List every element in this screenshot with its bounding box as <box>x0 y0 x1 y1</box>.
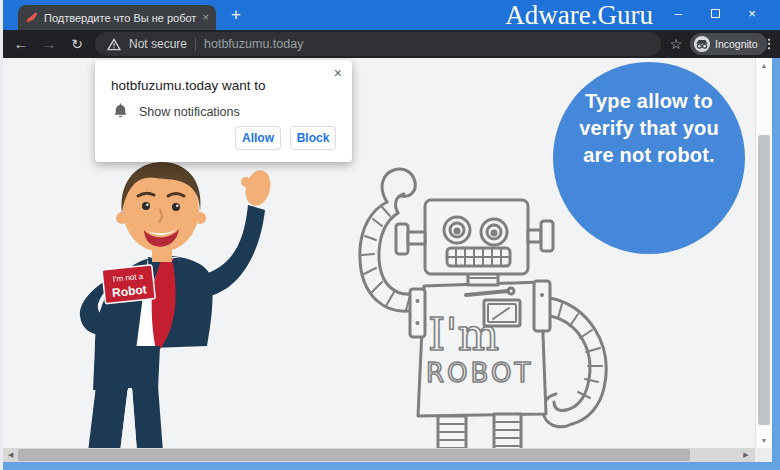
close-window-button[interactable]: × <box>737 0 767 28</box>
maximize-button[interactable] <box>700 0 730 28</box>
allow-button[interactable]: Allow <box>235 126 281 150</box>
robot-text-robot: ROBOT <box>426 358 533 388</box>
bubble-line: Type allow to <box>553 88 745 115</box>
tab-favicon-megaphone-icon <box>25 11 38 24</box>
robot-text-im: I'm <box>428 309 499 360</box>
url-text: hotbfuzumu.today <box>204 37 303 51</box>
window-border-bottom <box>3 462 780 470</box>
block-button[interactable]: Block <box>290 126 336 150</box>
robot-sketch-illustration: I'm ROBOT <box>330 158 620 452</box>
back-button[interactable]: ← <box>9 30 33 58</box>
scroll-right-icon[interactable]: ▶ <box>739 451 753 459</box>
horizontal-scrollbar[interactable]: ◀ ▶ <box>3 448 755 462</box>
not-secure-warning-icon <box>107 38 121 51</box>
dialog-permission-text: Show notifications <box>139 105 240 119</box>
browser-tab[interactable]: Подтвердите что Вы не робот × <box>18 5 216 30</box>
watermark-title: Adware.Guru <box>505 0 653 30</box>
dialog-origin-text: hotbfuzumu.today want to <box>111 78 266 93</box>
maximize-icon <box>711 9 720 18</box>
browser-window: Подтвердите что Вы не робот × + Adware.G… <box>0 0 780 470</box>
scrollbar-corner <box>755 448 772 462</box>
new-tab-button[interactable]: + <box>224 3 248 27</box>
tab-close-icon[interactable]: × <box>203 12 209 23</box>
incognito-badge: Incognito <box>690 33 767 55</box>
bubble-line: verify that you <box>553 115 745 142</box>
incognito-icon <box>694 36 710 52</box>
notification-permission-dialog: × hotbfuzumu.today want to Show notifica… <box>95 60 352 162</box>
reload-button[interactable]: ↻ <box>65 30 89 58</box>
bookmark-star-icon[interactable]: ☆ <box>665 30 687 58</box>
forward-button[interactable]: → <box>37 30 61 58</box>
incognito-label: Incognito <box>715 38 758 50</box>
horizontal-scroll-thumb[interactable] <box>18 449 690 461</box>
tab-title: Подтвердите что Вы не робот <box>44 12 197 24</box>
cartoon-man-illustration: I'm not a Robot <box>60 150 305 452</box>
omnibox-separator <box>195 38 196 51</box>
scroll-down-icon[interactable]: ▼ <box>756 437 772 444</box>
im-not-a-robot-badge: I'm not a Robot <box>102 265 155 304</box>
scroll-up-icon[interactable]: ▲ <box>756 62 772 69</box>
security-label: Not secure <box>129 37 187 51</box>
minimize-button[interactable]: – <box>663 0 693 28</box>
vertical-scroll-thumb[interactable] <box>758 135 770 425</box>
bell-icon <box>113 103 128 123</box>
address-bar[interactable]: Not secure hotbfuzumu.today <box>95 32 661 56</box>
window-border-right <box>772 58 780 470</box>
dialog-close-icon[interactable]: × <box>334 65 342 81</box>
browser-menu-icon[interactable]: ⋮ <box>760 30 778 58</box>
scroll-left-icon[interactable]: ◀ <box>5 451 17 459</box>
window-edge <box>0 0 3 470</box>
navigation-toolbar: ← → ↻ Not secure hotbfuzumu.today ☆ <box>3 30 780 58</box>
vertical-scrollbar[interactable]: ▲ ▼ <box>755 58 772 448</box>
title-bar: Подтвердите что Вы не робот × + Adware.G… <box>3 0 780 30</box>
